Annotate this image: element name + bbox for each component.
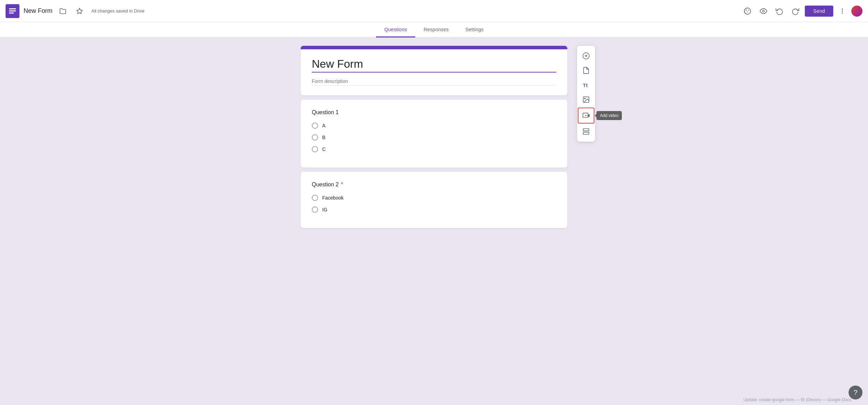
undo-button[interactable]	[773, 5, 786, 18]
tab-questions[interactable]: Questions	[376, 23, 415, 37]
main-content: Question 1 A B C Question 2 *	[0, 37, 868, 403]
tabs-bar: Questions Responses Settings	[0, 22, 868, 37]
svg-point-9	[763, 10, 765, 12]
svg-point-18	[584, 98, 585, 99]
svg-point-7	[748, 9, 749, 10]
add-title-button[interactable]	[577, 63, 595, 78]
add-question-button[interactable]	[577, 49, 595, 63]
sidebar-toolbar: Tt Add video	[577, 46, 595, 142]
send-button[interactable]: Send	[805, 6, 833, 17]
form-title-card	[301, 46, 567, 95]
question-2-card: Question 2 * Facebook IG	[301, 172, 567, 228]
q1-option-a: A	[312, 123, 556, 129]
avatar[interactable]	[851, 6, 862, 17]
svg-rect-3	[9, 12, 14, 14]
more-options-button[interactable]	[836, 5, 849, 17]
header-right: Send	[741, 5, 862, 18]
form-title-input[interactable]	[312, 58, 556, 73]
preview-button[interactable]	[757, 5, 770, 18]
svg-marker-21	[585, 115, 587, 117]
form-area: Question 1 A B C Question 2 *	[301, 46, 567, 395]
svg-point-6	[746, 9, 747, 10]
svg-text:Tt: Tt	[583, 83, 588, 88]
radio-ig[interactable]	[312, 206, 318, 213]
header-form-title[interactable]: New Form	[24, 7, 52, 15]
svg-point-11	[842, 10, 843, 11]
add-text-button[interactable]: Tt	[577, 78, 595, 92]
required-star: *	[341, 182, 343, 188]
redo-button[interactable]	[789, 5, 802, 18]
add-section-button[interactable]	[577, 124, 595, 139]
app-header: New Form All changes saved in Drive	[0, 0, 868, 22]
form-description-input[interactable]	[312, 78, 556, 86]
svg-marker-4	[77, 8, 83, 14]
question-1-title: Question 1	[312, 109, 556, 116]
radio-c[interactable]	[312, 146, 318, 152]
header-left: New Form All changes saved in Drive	[6, 4, 741, 18]
q2-option-facebook: Facebook	[312, 195, 556, 201]
folder-button[interactable]	[57, 5, 69, 17]
radio-facebook[interactable]	[312, 195, 318, 201]
svg-point-10	[842, 8, 843, 9]
q1-option-b: B	[312, 134, 556, 141]
svg-rect-22	[583, 129, 589, 131]
app-icon[interactable]	[6, 4, 19, 18]
star-button[interactable]	[73, 5, 86, 17]
tab-responses[interactable]: Responses	[415, 23, 457, 37]
question-1-card: Question 1 A B C	[301, 100, 567, 168]
question-2-title: Question 2 *	[312, 182, 556, 188]
svg-rect-23	[583, 132, 589, 134]
q2-option-ig: IG	[312, 206, 556, 213]
svg-point-8	[747, 11, 748, 12]
svg-rect-2	[9, 10, 16, 11]
palette-button[interactable]	[741, 5, 754, 18]
svg-rect-1	[9, 8, 16, 9]
add-image-button[interactable]	[577, 92, 595, 107]
add-video-button[interactable]: Add video	[578, 108, 594, 124]
help-button[interactable]: ?	[849, 386, 862, 399]
radio-a[interactable]	[312, 123, 318, 129]
add-video-tooltip: Add video	[596, 111, 622, 120]
radio-b[interactable]	[312, 134, 318, 141]
q1-option-c: C	[312, 146, 556, 152]
tab-settings[interactable]: Settings	[457, 23, 492, 37]
status-bar: Update: create-google-form — BI (Devon) …	[743, 397, 851, 402]
auto-save-status: All changes saved in Drive	[91, 8, 144, 14]
svg-point-12	[842, 12, 843, 14]
